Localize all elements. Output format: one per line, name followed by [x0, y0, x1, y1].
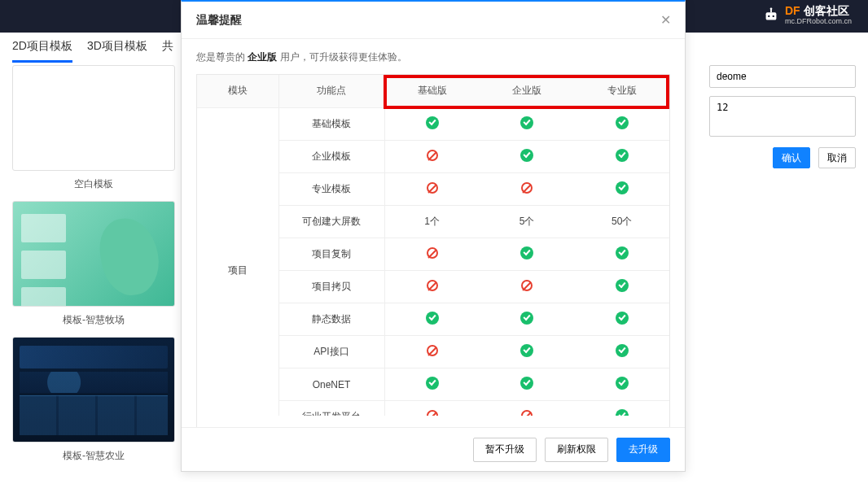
- template-label: 空白模板: [12, 177, 175, 191]
- basic-cell: [384, 336, 480, 368]
- feature-cell: 项目拷贝: [278, 271, 384, 303]
- module-cell: 项目: [197, 108, 278, 416]
- feature-cell: OneNET: [278, 368, 384, 401]
- check-icon: [616, 149, 629, 162]
- forbid-icon: [427, 182, 438, 194]
- feature-cell: 静态数据: [278, 303, 384, 336]
- basic-cell: [384, 271, 480, 303]
- check-icon: [520, 312, 533, 325]
- brand-text: 创客社区: [804, 5, 849, 16]
- template-thumb: [12, 201, 175, 307]
- cancel-button[interactable]: 取消: [818, 147, 856, 168]
- modal-footer: 暂不升级 刷新权限 去升级: [182, 427, 685, 471]
- modal-header: 温馨提醒 ✕: [182, 2, 685, 39]
- check-icon: [520, 344, 533, 357]
- tab-shared[interactable]: 共: [162, 33, 173, 63]
- ent-cell: [480, 271, 575, 303]
- later-button[interactable]: 暂不升级: [473, 438, 537, 462]
- tab-2d[interactable]: 2D项目模板: [12, 33, 72, 63]
- upgrade-button[interactable]: 去升级: [616, 438, 670, 462]
- pro-cell: [574, 108, 669, 141]
- basic-cell: [384, 401, 480, 416]
- feature-cell: 项目复制: [278, 238, 384, 271]
- forbid-icon: [521, 410, 533, 416]
- basic-cell: [384, 108, 480, 141]
- feature-table-scroll[interactable]: 项目基础模板企业模板专业模板可创建大屏数1个5个50个项目复制项目拷贝静态数据A…: [197, 108, 669, 416]
- upgrade-modal: 温馨提醒 ✕ 您是尊贵的 企业版 用户，可升级获得更佳体验。 模块 功能点 基础…: [181, 0, 686, 472]
- template-label: 模板-智慧农业: [12, 449, 175, 463]
- template-card-blank[interactable]: 空白模板: [12, 65, 175, 191]
- pro-cell: [574, 368, 669, 401]
- feature-table: 项目基础模板企业模板专业模板可创建大屏数1个5个50个项目复制项目拷贝静态数据A…: [197, 108, 669, 416]
- feature-cell: 可创建大屏数: [278, 206, 384, 238]
- template-thumb: [12, 337, 175, 443]
- check-icon: [426, 116, 439, 129]
- pro-cell: 50个: [574, 206, 669, 238]
- brand-logo: DF 创客社区 mc.DFRobot.com.cn: [762, 5, 852, 25]
- basic-cell: [384, 368, 480, 401]
- pro-cell: [574, 141, 669, 173]
- col-feature: 功能点: [278, 75, 384, 107]
- ent-cell: [480, 368, 575, 401]
- check-icon: [616, 409, 629, 416]
- forbid-icon: [521, 182, 533, 194]
- forbid-icon: [427, 247, 438, 259]
- check-icon: [616, 344, 629, 357]
- forbid-icon: [427, 345, 438, 356]
- svg-point-4: [770, 7, 773, 10]
- template-card-farm[interactable]: 模板-智慧牧场: [12, 201, 175, 327]
- pro-cell: [574, 336, 669, 368]
- forbid-icon: [427, 150, 438, 161]
- template-label: 模板-智慧牧场: [12, 313, 175, 327]
- check-icon: [426, 377, 439, 390]
- template-card-agri[interactable]: 模板-智慧农业: [12, 337, 175, 463]
- confirm-button[interactable]: 确认: [773, 147, 810, 168]
- svg-point-1: [768, 15, 769, 16]
- feature-cell: API接口: [278, 336, 384, 368]
- pro-cell: [574, 173, 669, 206]
- ent-cell: [480, 238, 575, 271]
- basic-cell: [384, 173, 480, 206]
- ent-cell: [480, 108, 575, 141]
- check-icon: [616, 279, 629, 292]
- template-tabs: 2D项目模板 3D项目模板 共: [12, 33, 173, 63]
- tab-3d[interactable]: 3D项目模板: [87, 33, 147, 63]
- svg-rect-0: [766, 12, 777, 20]
- close-icon[interactable]: ✕: [657, 11, 673, 28]
- ent-cell: [480, 173, 575, 206]
- svg-rect-3: [770, 9, 772, 12]
- forbid-icon: [521, 280, 533, 291]
- ent-cell: [480, 401, 575, 416]
- feature-cell: 行业开发平台: [278, 401, 384, 416]
- pro-cell: [574, 238, 669, 271]
- pro-cell: [574, 271, 669, 303]
- forbid-icon: [427, 280, 438, 291]
- col-pro: 专业版: [574, 75, 669, 107]
- brand-sub: mc.DFRobot.com.cn: [785, 18, 852, 25]
- svg-point-2: [773, 15, 774, 16]
- cell-text: 50个: [612, 216, 632, 227]
- robot-icon: [762, 7, 780, 24]
- name-field[interactable]: [709, 65, 856, 88]
- feature-cell: 基础模板: [278, 108, 384, 141]
- brand-prefix: DF: [785, 5, 800, 16]
- template-list: 空白模板 模板-智慧牧场 模板-智慧农业: [12, 65, 175, 473]
- check-icon: [616, 116, 629, 129]
- check-icon: [520, 377, 533, 390]
- refresh-button[interactable]: 刷新权限: [545, 438, 608, 462]
- pro-cell: [574, 401, 669, 416]
- col-module: 模块: [197, 75, 278, 107]
- template-thumb: [12, 65, 175, 171]
- check-icon: [616, 377, 629, 390]
- check-icon: [520, 116, 533, 129]
- feature-cell: 企业模板: [278, 141, 384, 173]
- check-icon: [616, 312, 629, 325]
- desc-field[interactable]: [709, 96, 856, 137]
- col-enterprise: 企业版: [480, 75, 575, 107]
- ent-cell: 5个: [480, 206, 575, 238]
- feature-header-table: 模块 功能点 基础版 企业版 专业版: [197, 75, 669, 108]
- col-basic: 基础版: [384, 75, 480, 107]
- feature-cell: 专业模板: [278, 173, 384, 206]
- check-icon: [616, 181, 629, 194]
- cell-text: 1个: [424, 216, 440, 227]
